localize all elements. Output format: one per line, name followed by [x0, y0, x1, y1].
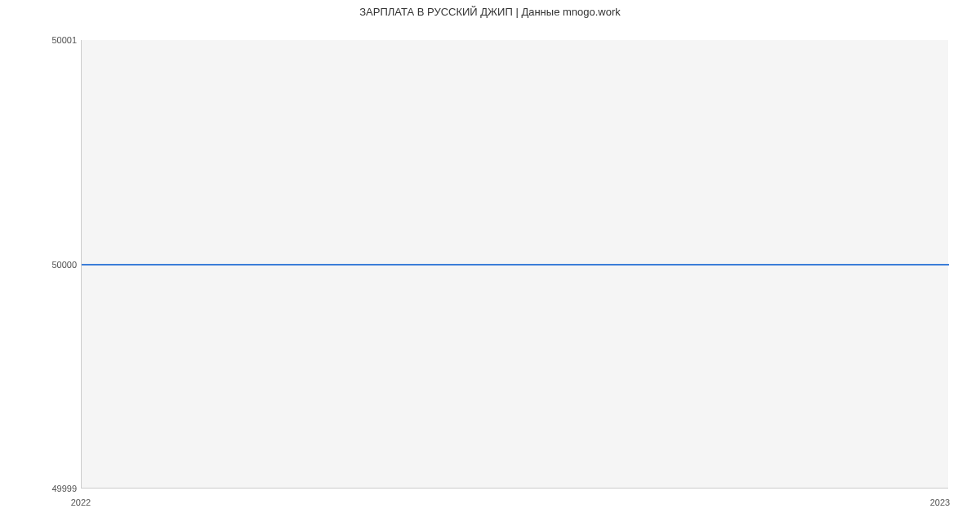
- y-axis-tick-label: 49999: [28, 484, 77, 493]
- x-axis-tick-label: 2022: [65, 498, 97, 507]
- series-line-salary: [82, 264, 949, 266]
- plot-area: [81, 40, 948, 489]
- chart-title: ЗАРПЛАТА В РУССКИЙ ДЖИП | Данные mnogo.w…: [0, 6, 980, 18]
- x-axis-tick-label: 2023: [924, 498, 956, 507]
- y-axis-tick-label: 50000: [28, 261, 77, 270]
- y-axis-tick-label: 50001: [28, 36, 77, 45]
